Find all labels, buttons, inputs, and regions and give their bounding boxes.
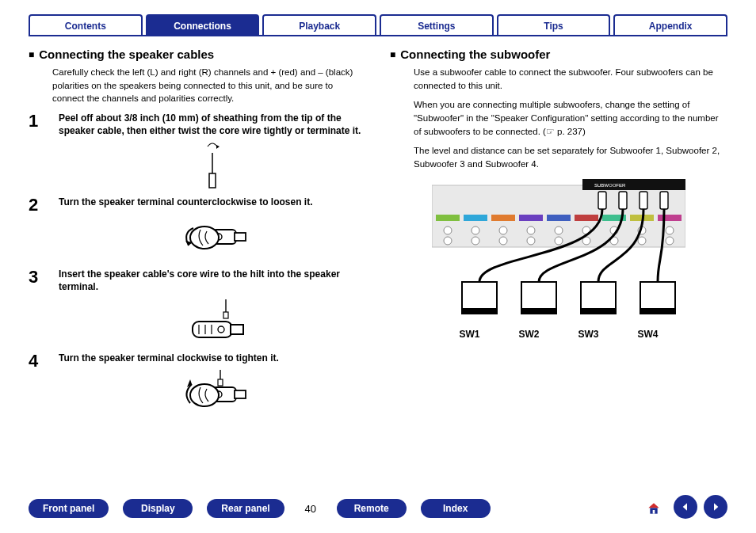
svg-point-37 [444, 237, 452, 245]
svg-rect-31 [547, 215, 571, 221]
step-4: 4 Turn the speaker terminal clockwise to… [29, 352, 366, 420]
svg-point-36 [444, 227, 452, 234]
tab-connections[interactable]: Connections [146, 14, 260, 35]
svg-rect-59 [462, 309, 497, 314]
svg-rect-29 [491, 215, 515, 221]
svg-point-41 [499, 237, 507, 245]
subwoofer-paragraph-2: When you are connecting multiple subwoof… [414, 98, 727, 138]
step-1: 1 Peel off about 3/8 inch (10 mm) of she… [29, 112, 366, 192]
step-number: 1 [29, 112, 48, 192]
nav-front-panel[interactable]: Front panel [29, 499, 109, 518]
svg-marker-70 [714, 503, 718, 510]
heading-subwoofer: Connecting the subwoofer [390, 48, 727, 61]
nav-display[interactable]: Display [123, 499, 193, 518]
svg-point-6 [190, 227, 219, 249]
step-2: 2 Turn the speaker terminal counterclock… [29, 196, 366, 264]
sw-label-2: SW2 [518, 329, 539, 340]
svg-rect-64 [640, 282, 675, 309]
svg-point-22 [190, 384, 219, 406]
svg-point-40 [499, 227, 507, 234]
step-number: 4 [29, 352, 48, 420]
pill-label: Display [141, 503, 175, 514]
left-column: Connecting the speaker cables Carefully … [29, 48, 366, 490]
nav-rear-panel[interactable]: Rear panel [207, 499, 284, 518]
tab-label: Tips [544, 21, 563, 32]
svg-marker-0 [216, 145, 220, 149]
svg-rect-60 [521, 282, 556, 309]
tab-label: Playback [299, 21, 340, 32]
intro-paragraph: Carefully check the left (L) and right (… [52, 66, 366, 105]
sw-label-1: SW1 [459, 329, 479, 340]
step-number: 2 [29, 196, 48, 264]
svg-rect-2 [209, 173, 216, 188]
svg-rect-56 [640, 192, 647, 209]
svg-rect-20 [235, 390, 246, 398]
subwoofer-paragraph-3: The level and distance can be set separa… [414, 144, 727, 170]
tab-contents[interactable]: Contents [29, 14, 143, 35]
tab-tips[interactable]: Tips [497, 14, 611, 35]
svg-point-51 [638, 237, 646, 245]
next-page-icon[interactable] [704, 495, 727, 519]
step-label: Peel off about 3/8 inch (10 mm) of sheat… [59, 112, 366, 137]
svg-rect-9 [223, 312, 228, 318]
svg-text:SUBWOOFER: SUBWOOFER [594, 183, 626, 188]
svg-rect-4 [235, 233, 246, 241]
pill-label: Front panel [43, 503, 94, 514]
svg-point-45 [555, 237, 563, 245]
figure-strip-cable [59, 140, 366, 191]
svg-point-53 [666, 237, 674, 245]
pill-label: Remote [354, 503, 389, 514]
svg-marker-69 [683, 503, 687, 510]
top-tab-bar: Contents Connections Playback Settings T… [29, 14, 727, 36]
page-number: 40 [299, 503, 323, 515]
heading-text: Connecting the subwoofer [400, 48, 550, 61]
svg-point-38 [472, 227, 479, 234]
figure-loosen-terminal [59, 212, 366, 263]
tab-label: Contents [65, 21, 106, 32]
step-label: Turn the speaker terminal clockwise to t… [59, 352, 366, 364]
svg-rect-30 [519, 215, 543, 221]
tab-playback[interactable]: Playback [262, 14, 376, 35]
svg-point-39 [472, 237, 479, 245]
prev-page-icon[interactable] [674, 495, 697, 519]
svg-rect-61 [521, 309, 556, 314]
svg-rect-58 [462, 282, 497, 309]
heading-speaker-cables: Connecting the speaker cables [29, 48, 366, 61]
tab-label: Appendix [649, 21, 693, 32]
figure-tighten-terminal [59, 367, 366, 418]
svg-rect-32 [575, 215, 598, 221]
nav-remote[interactable]: Remote [337, 499, 407, 518]
step-3: 3 Insert the speaker cable's core wire t… [29, 268, 366, 348]
subwoofer-paragraph-1: Use a subwoofer cable to connect the sub… [414, 66, 727, 92]
nav-index[interactable]: Index [421, 499, 491, 518]
svg-rect-27 [436, 215, 460, 221]
right-column: Connecting the subwoofer Use a subwoofer… [390, 48, 727, 490]
svg-rect-28 [464, 215, 487, 221]
svg-point-43 [527, 237, 535, 245]
heading-text: Connecting the speaker cables [39, 48, 214, 61]
step-label: Turn the speaker terminal counterclockwi… [59, 196, 366, 208]
tab-label: Settings [418, 21, 455, 32]
svg-point-44 [555, 227, 563, 234]
svg-point-42 [527, 227, 535, 234]
home-icon[interactable] [640, 495, 667, 522]
sw-label-4: SW4 [637, 329, 658, 340]
step-number: 3 [29, 268, 48, 348]
tab-appendix[interactable]: Appendix [613, 14, 727, 35]
svg-rect-65 [640, 309, 675, 314]
svg-rect-57 [660, 192, 668, 209]
pill-label: Rear panel [221, 503, 269, 514]
svg-rect-12 [231, 325, 243, 334]
sw-label-3: SW3 [578, 329, 598, 340]
svg-rect-35 [658, 215, 682, 221]
subwoofer-diagram: SUBWOOFER [390, 179, 727, 340]
svg-rect-55 [619, 192, 627, 209]
tab-settings[interactable]: Settings [380, 14, 494, 35]
figure-insert-wire [59, 296, 366, 347]
svg-rect-68 [653, 510, 655, 514]
svg-rect-54 [598, 192, 606, 209]
svg-point-52 [666, 227, 674, 234]
svg-rect-18 [218, 379, 223, 386]
pill-label: Index [443, 503, 468, 514]
step-label: Insert the speaker cable's core wire to … [59, 268, 366, 293]
